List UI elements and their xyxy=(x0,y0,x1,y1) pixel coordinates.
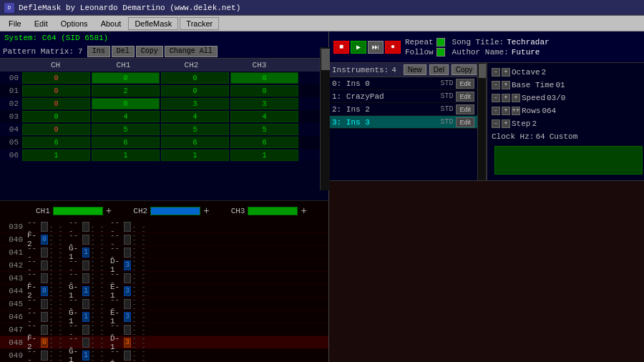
skip-button[interactable]: ⏭ xyxy=(368,41,384,54)
cell-dash: --- xyxy=(49,356,57,363)
inst-row-3[interactable]: 3: Ins 3 STD Edit xyxy=(329,116,477,129)
pm-cell-6-3[interactable]: 1 xyxy=(230,150,298,161)
repeat-checkbox[interactable] xyxy=(436,38,445,47)
pm-cell-2-1[interactable]: 0 xyxy=(92,98,160,109)
pm-cell-6-0[interactable]: 1 xyxy=(22,150,90,161)
pm-cell-4-1[interactable]: 5 xyxy=(92,124,160,135)
inst-name-2: 2: Ins 2 xyxy=(332,105,440,114)
pm-cell-1-1[interactable]: 2 xyxy=(92,85,160,97)
speed-plus1[interactable]: + xyxy=(502,94,510,102)
pm-del-button[interactable]: Del xyxy=(112,46,135,57)
ch1-header: CH1 + xyxy=(36,205,133,217)
rows-label: Rows xyxy=(522,107,540,115)
pm-cell-6-1[interactable]: 1 xyxy=(92,150,160,161)
pm-cell-0-3[interactable]: 0 xyxy=(230,72,298,84)
follow-checkbox[interactable] xyxy=(436,48,445,57)
pm-cell-5-3[interactable]: 6 xyxy=(230,137,298,148)
speed-plus2[interactable]: + xyxy=(512,94,520,102)
inst-copy-button[interactable]: Copy xyxy=(452,64,477,75)
inst-new-button[interactable]: New xyxy=(404,64,426,75)
stop-button[interactable]: ■ xyxy=(333,41,349,54)
rows-plus1[interactable]: + xyxy=(502,107,510,115)
step-minus[interactable]: - xyxy=(492,119,500,128)
menu-options[interactable]: Options xyxy=(55,18,94,29)
cell-dash2: --- xyxy=(58,356,67,363)
inst-edit-1[interactable]: Edit xyxy=(456,92,474,102)
menu-file[interactable]: File xyxy=(3,18,27,29)
cell-note: E-1 xyxy=(110,360,123,363)
pattern-matrix-header: Pattern Matrix: 7 Ins Del Copy Change Al… xyxy=(0,44,328,59)
pm-cell-3-0[interactable]: 0 xyxy=(22,111,90,122)
pm-cell-5-2[interactable]: 6 xyxy=(161,137,229,148)
rows-minus[interactable]: - xyxy=(492,107,500,115)
tracker-cell: E-13------ xyxy=(110,356,150,363)
record-button[interactable]: ● xyxy=(385,41,401,54)
system-info: System: C64 (SID 6581) xyxy=(0,31,328,44)
inst-list: 0: Ins 0 STD Edit 1: CrazyPad STD Edit 2… xyxy=(329,77,477,129)
pm-cell-0-0[interactable]: 0 xyxy=(22,72,90,84)
row-number: 040 xyxy=(0,235,27,244)
pm-scroll-thumb[interactable] xyxy=(321,49,330,70)
menu-tracker[interactable]: Tracker xyxy=(180,17,219,30)
pm-cell-0-2[interactable]: 0 xyxy=(161,72,229,84)
play-button[interactable]: ▶ xyxy=(351,41,366,54)
pm-scrollbar[interactable] xyxy=(320,47,330,190)
basetime-value: 01 xyxy=(555,81,565,89)
system-label: System: C64 (SID 6581) xyxy=(4,34,108,42)
pm-cell-1-2[interactable]: 0 xyxy=(161,85,229,97)
pm-cell-4-0[interactable]: 0 xyxy=(22,124,90,135)
octave-plus[interactable]: + xyxy=(502,68,510,77)
pm-cell-3-3[interactable]: 4 xyxy=(230,111,298,122)
instruments-panel: Instruments: 4 New Del Copy 0: Ins 0 STD… xyxy=(329,63,477,180)
pm-cell-5-0[interactable]: 6 xyxy=(22,137,90,148)
pm-cell-3-2[interactable]: 4 xyxy=(161,111,229,122)
pm-cell-5-1[interactable]: 6 xyxy=(92,137,160,148)
ch1-plus[interactable]: + xyxy=(106,205,112,217)
inst-edit-3[interactable]: Edit xyxy=(456,117,474,127)
speed-minus[interactable]: - xyxy=(492,94,500,102)
ch2-plus[interactable]: + xyxy=(203,205,209,217)
step-label: Step xyxy=(512,119,530,128)
pm-ins-button[interactable]: Ins xyxy=(87,46,110,57)
ch2-bar xyxy=(150,207,200,215)
menu-about[interactable]: About xyxy=(95,18,127,29)
octave-value: 2 xyxy=(542,68,547,77)
ch3-header: CH3 + xyxy=(231,205,328,217)
ch3-plus[interactable]: + xyxy=(301,205,306,217)
pm-cell-2-3[interactable]: 3 xyxy=(230,98,298,109)
pm-change-all-button[interactable]: Change All xyxy=(165,46,218,57)
pm-cell-1-0[interactable]: 0 xyxy=(22,85,90,97)
pm-cell-0-1[interactable]: 0 xyxy=(92,72,160,84)
inst-scrollbar[interactable] xyxy=(477,63,486,180)
pm-copy-button[interactable]: Copy xyxy=(136,46,163,57)
inst-row-0[interactable]: 0: Ins 0 STD Edit xyxy=(329,77,477,90)
inst-edit-2[interactable]: Edit xyxy=(456,104,474,114)
inst-type-1: STD xyxy=(440,92,453,100)
menu-deflemask[interactable]: DefleMask xyxy=(128,17,178,30)
clock-label: Clock Hz: xyxy=(492,132,534,141)
pm-cell-4-3[interactable]: 5 xyxy=(230,124,298,135)
rows-plus2[interactable]: ++ xyxy=(512,107,520,115)
pm-cell-6-2[interactable]: 1 xyxy=(161,150,229,161)
octave-minus[interactable]: - xyxy=(492,68,500,77)
instruments-section: Instruments: 4 New Del Copy 0: Ins 0 STD… xyxy=(329,63,644,181)
main-area: System: C64 (SID 6581) Pattern Matrix: 7… xyxy=(0,31,644,362)
step-plus[interactable]: + xyxy=(502,119,510,128)
pm-cell-2-0[interactable]: 0 xyxy=(22,98,90,109)
inst-row-2[interactable]: 2: Ins 2 STD Edit xyxy=(329,103,477,116)
row-number: 044 xyxy=(0,287,27,295)
inst-del-button[interactable]: Del xyxy=(429,64,449,75)
pm-cell-1-3[interactable]: 0 xyxy=(230,85,298,97)
pm-cell-2-2[interactable]: 3 xyxy=(161,98,229,109)
basetime-minus[interactable]: - xyxy=(492,81,500,89)
waveform-area xyxy=(329,181,644,362)
pm-cell-3-1[interactable]: 4 xyxy=(92,111,160,122)
speed-value: 03/0 xyxy=(547,94,565,102)
pm-ch-3: CH3 xyxy=(225,61,293,69)
basetime-plus[interactable]: + xyxy=(502,81,510,89)
menu-edit[interactable]: Edit xyxy=(29,18,54,29)
pm-cell-4-2[interactable]: 5 xyxy=(161,124,229,135)
song-title-label: Song Title: xyxy=(452,38,504,47)
inst-row-1[interactable]: 1: CrazyPad STD Edit xyxy=(329,90,477,103)
inst-edit-0[interactable]: Edit xyxy=(456,79,474,89)
